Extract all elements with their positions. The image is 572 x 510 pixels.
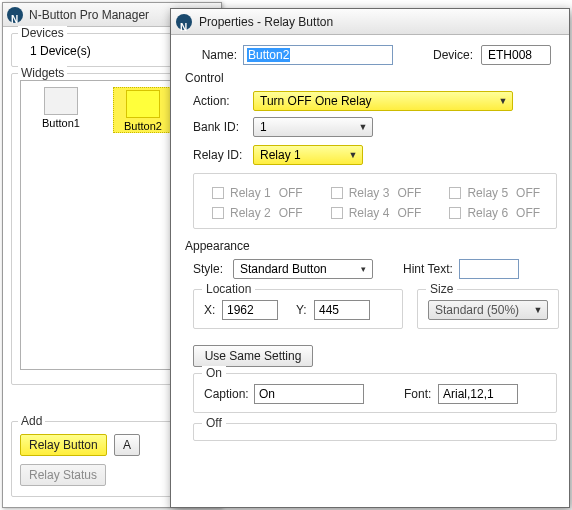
devices-count: 1 Device(s) [30, 44, 91, 58]
chevron-down-icon: ▼ [496, 96, 510, 106]
chevron-down-icon: ▼ [346, 150, 360, 160]
x-input[interactable]: 1962 [222, 300, 278, 320]
off-legend: Off [202, 416, 226, 430]
relay-4-row: Relay 4OFF [331, 206, 422, 220]
size-value: Standard (50%) [435, 303, 519, 317]
on-group: On Caption: On Font: Arial,12,1 [193, 373, 557, 413]
size-group: Size Standard (50%) ▼ [417, 289, 559, 329]
control-legend: Control [185, 71, 557, 85]
app-icon [176, 14, 192, 30]
appearance-legend: Appearance [185, 239, 557, 253]
name-input[interactable]: Button2 [243, 45, 393, 65]
size-combo[interactable]: Standard (50%) ▼ [428, 300, 548, 320]
properties-window: Properties - Relay Button Name: Button2 … [170, 8, 570, 508]
relay-4-checkbox[interactable] [331, 207, 343, 219]
device-label: Device: [433, 48, 481, 62]
style-label: Style: [193, 262, 233, 276]
font-label: Font: [404, 387, 438, 401]
add-legend: Add [18, 414, 45, 428]
relay-3-checkbox[interactable] [331, 187, 343, 199]
style-value: Standard Button [240, 262, 327, 276]
relayid-value: Relay 1 [260, 148, 301, 162]
name-value: Button2 [247, 48, 290, 62]
size-legend: Size [426, 282, 457, 296]
control-group: Control Action: Turn OFF One Relay ▼ Ban… [183, 71, 557, 229]
widget-item-button1[interactable]: Button1 [31, 87, 91, 129]
x-label: X: [204, 303, 222, 317]
widget-icon [44, 87, 78, 115]
chevron-down-icon: ▼ [531, 305, 545, 315]
relayid-combo[interactable]: Relay 1 ▼ [253, 145, 363, 165]
chevron-down-icon: ▼ [356, 122, 370, 132]
action-label: Action: [193, 94, 253, 108]
relay-5-checkbox[interactable] [449, 187, 461, 199]
action-combo[interactable]: Turn OFF One Relay ▼ [253, 91, 513, 111]
hint-input[interactable] [459, 259, 519, 279]
widget-label: Button2 [114, 120, 172, 132]
y-input[interactable]: 445 [314, 300, 370, 320]
relay-status-button[interactable]: Relay Status [20, 464, 106, 486]
properties-titlebar[interactable]: Properties - Relay Button [171, 9, 569, 35]
bankid-label: Bank ID: [193, 120, 253, 134]
bankid-combo[interactable]: 1 ▼ [253, 117, 373, 137]
properties-title-text: Properties - Relay Button [199, 15, 333, 29]
relay-1-row: Relay 1OFF [212, 186, 303, 200]
partial-button-a[interactable]: A [114, 434, 140, 456]
relay-2-row: Relay 2OFF [212, 206, 303, 220]
devices-legend: Devices [18, 26, 67, 40]
name-label: Name: [183, 48, 243, 62]
relay-5-row: Relay 5OFF [449, 186, 540, 200]
widgets-legend: Widgets [18, 66, 67, 80]
use-same-setting-button[interactable]: Use Same Setting [193, 345, 313, 367]
location-group: Location X: 1962 Y: 445 [193, 289, 403, 329]
y-label: Y: [296, 303, 314, 317]
location-legend: Location [202, 282, 255, 296]
caption-label: Caption: [204, 387, 254, 401]
relay-1-checkbox[interactable] [212, 187, 224, 199]
caption-input[interactable]: On [254, 384, 364, 404]
widget-label: Button1 [31, 117, 91, 129]
relay-3-row: Relay 3OFF [331, 186, 422, 200]
font-input[interactable]: Arial,12,1 [438, 384, 518, 404]
off-group: Off [193, 423, 557, 441]
widget-icon [126, 90, 160, 118]
chevron-down-icon: ▾ [356, 264, 370, 274]
relay-6-row: Relay 6OFF [449, 206, 540, 220]
relayid-label: Relay ID: [193, 148, 253, 162]
app-icon [7, 7, 23, 23]
relay-6-checkbox[interactable] [449, 207, 461, 219]
widget-item-button2[interactable]: Button2 [113, 87, 173, 133]
style-combo[interactable]: Standard Button ▾ [233, 259, 373, 279]
action-value: Turn OFF One Relay [260, 94, 372, 108]
relay-button-button[interactable]: Relay Button [20, 434, 107, 456]
hint-label: Hint Text: [403, 262, 453, 276]
manager-title-text: N-Button Pro Manager [29, 8, 149, 22]
bankid-value: 1 [260, 120, 267, 134]
device-combo[interactable]: ETH008 [481, 45, 551, 65]
relay-grid-group: Relay 1OFF Relay 2OFF Relay 3OFF Relay 4… [193, 173, 557, 229]
on-legend: On [202, 366, 226, 380]
relay-2-checkbox[interactable] [212, 207, 224, 219]
device-value: ETH008 [488, 48, 532, 62]
